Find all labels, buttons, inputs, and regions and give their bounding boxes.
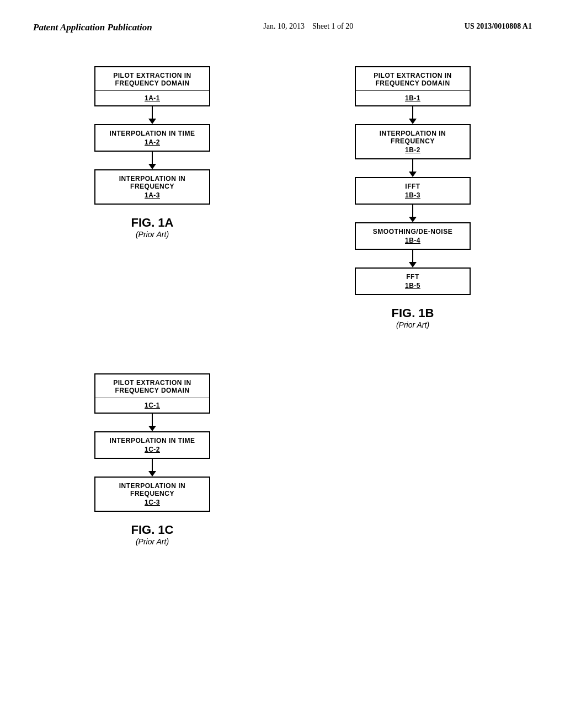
flow-box-1b-5: FFT 1B-5 xyxy=(355,267,471,295)
flow-box-1b-1-text: PILOT EXTRACTION IN FREQUENCY DOMAIN xyxy=(356,67,470,91)
fig1b-box5: FFT 1B-5 xyxy=(355,267,471,295)
flow-box-1b-1-ref: 1B-1 xyxy=(356,91,470,105)
fig1c-box1: PILOT EXTRACTION IN FREQUENCY DOMAIN 1C-… xyxy=(94,373,210,414)
header-patent-number: US 2013/0010808 A1 xyxy=(465,22,532,31)
fig1a-box1: PILOT EXTRACTION IN FREQUENCY DOMAIN 1A-… xyxy=(94,66,210,106)
flow-box-1c-1-ref: 1C-1 xyxy=(95,398,209,413)
arrow-head xyxy=(148,164,156,169)
bottom-section: PILOT EXTRACTION IN FREQUENCY DOMAIN 1C-… xyxy=(0,351,565,568)
flow-box-1a-1-text: PILOT EXTRACTION IN FREQUENCY DOMAIN xyxy=(95,67,209,91)
fig1b-subtitle: (Prior Art) xyxy=(391,320,434,329)
arrow-line xyxy=(152,414,153,426)
fig1c-subtitle: (Prior Art) xyxy=(131,537,173,546)
flow-box-1b-1: PILOT EXTRACTION IN FREQUENCY DOMAIN 1B-… xyxy=(355,66,471,106)
arrow-1c-1-to-2 xyxy=(148,414,156,431)
arrow-1c-2-to-3 xyxy=(148,459,156,477)
flow-box-1c-1-text: PILOT EXTRACTION IN FREQUENCY DOMAIN xyxy=(95,374,209,398)
fig1a-box3: INTERPOLATION IN FREQUENCY 1A-3 xyxy=(94,169,210,205)
arrow-1b-4-to-5 xyxy=(409,250,417,267)
arrow-1b-1-to-2 xyxy=(409,106,417,124)
flow-box-1a-3: INTERPOLATION IN FREQUENCY 1A-3 xyxy=(94,169,210,205)
fig1c-label: FIG. 1C (Prior Art) xyxy=(131,523,173,546)
arrow-head xyxy=(409,172,417,177)
fig1a-box2: INTERPOLATION IN TIME 1A-2 xyxy=(94,124,210,152)
arrow-line xyxy=(152,152,153,164)
arrow-line xyxy=(412,250,413,262)
arrow-line xyxy=(412,106,413,119)
fig1b-column: PILOT EXTRACTION IN FREQUENCY DOMAIN 1B-… xyxy=(294,66,532,329)
arrow-head xyxy=(409,217,417,222)
flow-box-1b-2: INTERPOLATION IN FREQUENCY 1B-2 xyxy=(355,124,471,159)
fig1b-box3: IFFT 1B-3 xyxy=(355,177,471,205)
page: Patent Application Publication Jan. 10, … xyxy=(0,0,565,728)
flow-box-1b-3: IFFT 1B-3 xyxy=(355,177,471,205)
flow-box-1a-1: PILOT EXTRACTION IN FREQUENCY DOMAIN 1A-… xyxy=(94,66,210,106)
fig1c-column: PILOT EXTRACTION IN FREQUENCY DOMAIN 1C-… xyxy=(33,373,271,546)
arrow-head xyxy=(409,119,417,124)
fig1b-box4: SMOOTHING/DE-NOISE 1B-4 xyxy=(355,222,471,250)
fig1c-box2: INTERPOLATION IN TIME 1C-2 xyxy=(94,431,210,459)
fig1c-name: FIG. 1C xyxy=(131,523,173,537)
main-content: PILOT EXTRACTION IN FREQUENCY DOMAIN 1A-… xyxy=(0,44,565,351)
flow-box-1c-2: INTERPOLATION IN TIME 1C-2 xyxy=(94,431,210,459)
arrow-1a-2-to-3 xyxy=(148,152,156,169)
arrow-head xyxy=(148,119,156,124)
fig1a-label: FIG. 1A (Prior Art) xyxy=(131,216,173,239)
fig1c-box3: INTERPOLATION IN FREQUENCY 1C-3 xyxy=(94,477,210,512)
arrow-line xyxy=(152,106,153,119)
arrow-head xyxy=(148,471,156,477)
arrow-line xyxy=(412,205,413,217)
fig1b-box2: INTERPOLATION IN FREQUENCY 1B-2 xyxy=(355,124,471,159)
arrow-head xyxy=(148,426,156,431)
arrow-line xyxy=(152,459,153,471)
header-date-sheet: Jan. 10, 2013 Sheet 1 of 20 xyxy=(263,22,353,31)
flow-box-1c-1: PILOT EXTRACTION IN FREQUENCY DOMAIN 1C-… xyxy=(94,373,210,414)
flow-box-1b-4: SMOOTHING/DE-NOISE 1B-4 xyxy=(355,222,471,250)
fig1b-label: FIG. 1B (Prior Art) xyxy=(391,306,434,329)
flow-box-1c-3: INTERPOLATION IN FREQUENCY 1C-3 xyxy=(94,477,210,512)
fig1a-subtitle: (Prior Art) xyxy=(131,230,173,239)
arrow-head xyxy=(409,262,417,267)
arrow-line xyxy=(412,159,413,172)
header-publication-label: Patent Application Publication xyxy=(33,22,152,33)
fig1a-name: FIG. 1A xyxy=(131,216,173,230)
arrow-1a-1-to-2 xyxy=(148,106,156,124)
arrow-1b-3-to-4 xyxy=(409,205,417,222)
flow-box-1a-1-ref: 1A-1 xyxy=(95,91,209,105)
fig1b-box1: PILOT EXTRACTION IN FREQUENCY DOMAIN 1B-… xyxy=(355,66,471,106)
flow-box-1a-2: INTERPOLATION IN TIME 1A-2 xyxy=(94,124,210,152)
arrow-1b-2-to-3 xyxy=(409,159,417,177)
page-header: Patent Application Publication Jan. 10, … xyxy=(0,0,565,44)
fig1b-name: FIG. 1B xyxy=(391,306,434,320)
fig1a-column: PILOT EXTRACTION IN FREQUENCY DOMAIN 1A-… xyxy=(33,66,271,329)
fig1c-right-spacer xyxy=(294,373,532,546)
